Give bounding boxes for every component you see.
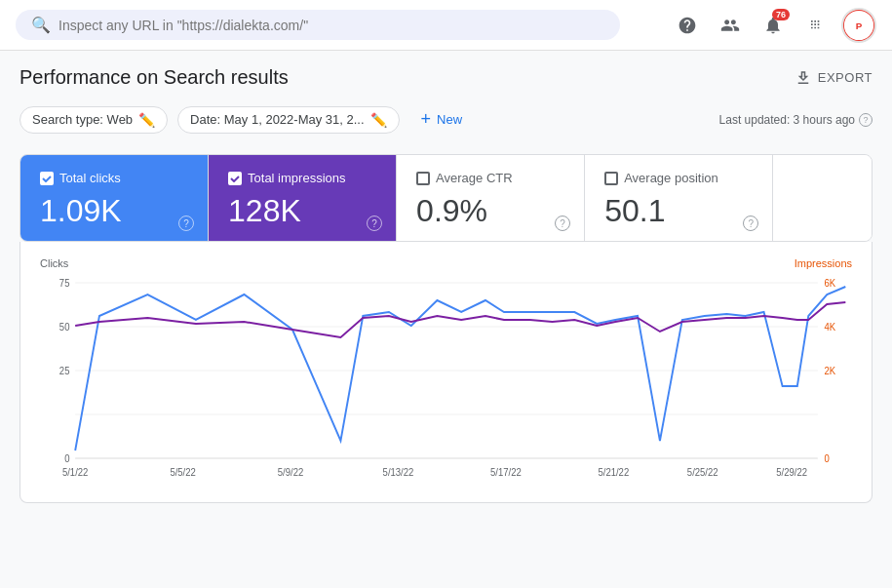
metric-header-position: Average position [604, 171, 753, 185]
impressions-help[interactable]: ? [367, 216, 382, 231]
metrics-row: Total clicks 1.09K ? Total impressions 1… [19, 154, 873, 242]
right-axis-label: Impressions [795, 257, 852, 269]
svg-text:5/29/22: 5/29/22 [776, 467, 807, 478]
date-label: Date: May 1, 2022-May 31, 2... [190, 112, 364, 127]
export-icon [795, 69, 812, 87]
topbar: 🔍 76 P [0, 0, 892, 51]
search-input[interactable] [58, 18, 604, 33]
impressions-label: Total impressions [248, 171, 345, 185]
new-label: New [437, 112, 462, 127]
search-type-label: Search type: Web [32, 112, 133, 127]
search-type-filter[interactable]: Search type: Web ✏️ [19, 106, 168, 134]
export-button[interactable]: EXPORT [795, 69, 873, 87]
position-label: Average position [624, 171, 718, 185]
main-content: Performance on Search results EXPORT Sea… [0, 51, 892, 588]
help-icon-small[interactable]: ? [859, 113, 873, 127]
ctr-checkbox[interactable] [416, 172, 430, 185]
svg-text:5/9/22: 5/9/22 [278, 467, 303, 478]
search-icon: 🔍 [31, 16, 51, 34]
metrics-chart-section: Total clicks 1.09K ? Total impressions 1… [19, 154, 873, 503]
plus-icon: + [421, 109, 432, 130]
svg-text:5/13/22: 5/13/22 [383, 467, 414, 478]
chart-axis-labels: Clicks Impressions [40, 257, 852, 269]
svg-text:0: 0 [64, 453, 70, 464]
metric-header-impressions: Total impressions [228, 171, 376, 185]
new-button[interactable]: + New [409, 104, 475, 135]
metric-card-empty [773, 155, 872, 241]
ctr-label: Average CTR [436, 171, 513, 185]
edit-icon: ✏️ [138, 112, 155, 128]
svg-text:25: 25 [59, 366, 70, 376]
position-value: 50.1 [604, 193, 753, 229]
position-checkbox[interactable] [604, 172, 618, 185]
clicks-line [75, 287, 845, 451]
clicks-checkbox[interactable] [40, 172, 54, 185]
help-button[interactable] [670, 8, 705, 43]
metric-header-clicks: Total clicks [40, 171, 188, 185]
metric-card-ctr[interactable]: Average CTR 0.9% ? [397, 155, 585, 241]
svg-text:4K: 4K [824, 322, 835, 333]
last-updated-text: Last updated: 3 hours ago [719, 113, 855, 127]
svg-text:5/1/22: 5/1/22 [62, 467, 88, 478]
svg-text:6K: 6K [824, 278, 835, 289]
metric-card-position[interactable]: Average position 50.1 ? [585, 155, 773, 241]
metric-card-impressions[interactable]: Total impressions 128K ? [209, 155, 397, 241]
svg-text:P: P [856, 20, 863, 31]
metric-card-clicks[interactable]: Total clicks 1.09K ? [20, 155, 209, 241]
position-help[interactable]: ? [743, 216, 758, 231]
accounts-button[interactable] [713, 8, 748, 43]
search-bar[interactable]: 🔍 [16, 10, 620, 40]
impressions-value: 128K [228, 193, 376, 229]
date-filter[interactable]: Date: May 1, 2022-May 31, 2... ✏️ [177, 106, 399, 134]
chart-container: Clicks Impressions 75 50 25 0 [19, 242, 873, 503]
avatar[interactable]: P [841, 8, 876, 43]
topbar-icons: 76 P [670, 8, 876, 43]
svg-text:75: 75 [59, 278, 70, 289]
left-axis-label: Clicks [40, 257, 68, 269]
svg-text:50: 50 [59, 322, 70, 333]
apps-button[interactable] [798, 8, 834, 43]
svg-text:5/21/22: 5/21/22 [598, 467, 629, 478]
page-title: Performance on Search results [19, 66, 289, 89]
chart-svg-wrapper: 75 50 25 0 6K 4K 2K 0 [40, 273, 852, 490]
metric-header-ctr: Average CTR [416, 171, 564, 185]
svg-text:2K: 2K [824, 366, 835, 376]
edit-icon-date: ✏️ [370, 112, 387, 128]
clicks-value: 1.09K [40, 193, 188, 229]
impressions-line [75, 302, 845, 337]
svg-text:0: 0 [824, 453, 830, 464]
notification-badge: 76 [772, 9, 790, 20]
clicks-label: Total clicks [59, 171, 121, 185]
svg-text:5/25/22: 5/25/22 [687, 467, 718, 478]
impressions-checkbox[interactable] [228, 172, 242, 185]
export-label: EXPORT [818, 70, 873, 85]
notifications-button[interactable]: 76 [756, 8, 791, 43]
ctr-help[interactable]: ? [555, 216, 570, 231]
clicks-help[interactable]: ? [178, 216, 194, 231]
svg-text:5/17/22: 5/17/22 [490, 467, 522, 478]
svg-text:5/5/22: 5/5/22 [170, 467, 195, 478]
performance-chart: 75 50 25 0 6K 4K 2K 0 [40, 273, 852, 488]
last-updated: Last updated: 3 hours ago ? [719, 113, 873, 127]
page-header: Performance on Search results EXPORT [19, 66, 873, 89]
ctr-value: 0.9% [416, 193, 564, 229]
filter-row: Search type: Web ✏️ Date: May 1, 2022-Ma… [19, 104, 873, 135]
